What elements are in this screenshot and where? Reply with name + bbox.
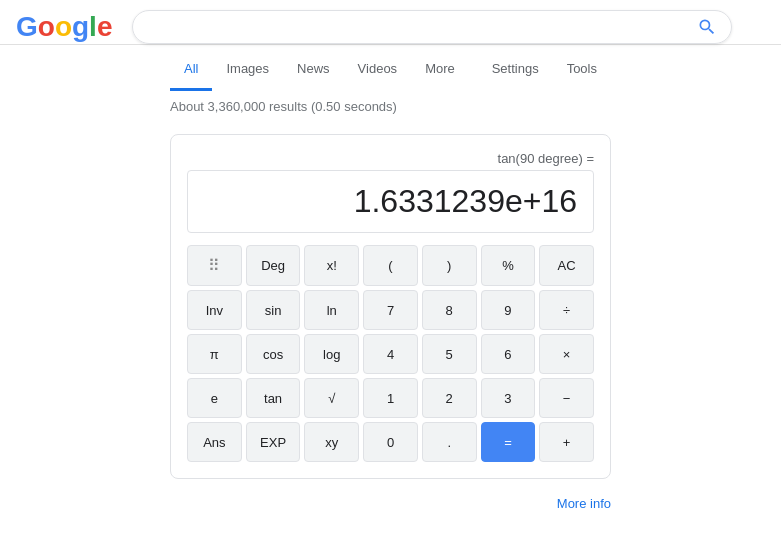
calc-btn-_[interactable]: π [187, 334, 242, 374]
calc-btn-cos[interactable]: cos [246, 334, 301, 374]
calc-btn-sin[interactable]: sin [246, 290, 301, 330]
calc-btn-x_[interactable]: x! [304, 245, 359, 286]
calc-btn-2[interactable]: 2 [422, 378, 477, 418]
calc-btn-_[interactable]: + [539, 422, 594, 462]
calc-btn-_[interactable]: − [539, 378, 594, 418]
calc-btn-tan[interactable]: tan [246, 378, 301, 418]
calc-btn-_[interactable]: . [422, 422, 477, 462]
google-logo[interactable]: Google [16, 11, 112, 43]
more-info-section: More info [0, 491, 781, 519]
calc-btn-Inv[interactable]: Inv [187, 290, 242, 330]
more-info-link[interactable]: More info [557, 496, 611, 511]
search-input[interactable]: =tan 90 degree [147, 18, 697, 36]
nav-right: Settings Tools [478, 49, 611, 91]
calc-btn-_[interactable]: √ [304, 378, 359, 418]
calc-result: 1.6331239e+16 [354, 183, 577, 220]
calc-btn-6[interactable]: 6 [481, 334, 536, 374]
tab-all[interactable]: All [170, 49, 212, 91]
search-icon [697, 17, 717, 37]
header: Google =tan 90 degree [0, 0, 781, 45]
calc-btn-ln[interactable]: ln [304, 290, 359, 330]
calc-btn-_[interactable]: % [481, 245, 536, 286]
calc-btn-5[interactable]: 5 [422, 334, 477, 374]
results-info: About 3,360,000 results (0.50 seconds) [0, 91, 781, 122]
calc-btn-3[interactable]: 3 [481, 378, 536, 418]
calc-btn-EXP[interactable]: EXP [246, 422, 301, 462]
calc-btn-_[interactable]: ( [363, 245, 418, 286]
tab-news[interactable]: News [283, 49, 344, 91]
calc-buttons: ⠿Degx!()%ACInvsinln789÷πcoslog456×etan√1… [187, 245, 594, 462]
calc-btn-_[interactable]: ÷ [539, 290, 594, 330]
calc-btn-_[interactable]: = [481, 422, 536, 462]
calc-btn-9[interactable]: 9 [481, 290, 536, 330]
calc-btn-e[interactable]: e [187, 378, 242, 418]
calc-display: 1.6331239e+16 [187, 170, 594, 233]
settings-link[interactable]: Settings [478, 49, 553, 91]
calc-btn-4[interactable]: 4 [363, 334, 418, 374]
tab-videos[interactable]: Videos [344, 49, 412, 91]
calc-expression: tan(90 degree) = [187, 151, 594, 166]
tab-more[interactable]: More [411, 49, 469, 91]
nav-tabs: All Images News Videos More Settings Too… [0, 49, 781, 91]
search-button[interactable] [697, 17, 717, 37]
calc-btn-7[interactable]: 7 [363, 290, 418, 330]
calc-btn-AC[interactable]: AC [539, 245, 594, 286]
tab-images[interactable]: Images [212, 49, 283, 91]
calc-btn-_[interactable]: ) [422, 245, 477, 286]
calc-btn-8[interactable]: 8 [422, 290, 477, 330]
tools-link[interactable]: Tools [553, 49, 611, 91]
calc-btn-1[interactable]: 1 [363, 378, 418, 418]
search-bar: =tan 90 degree [132, 10, 732, 44]
calc-btn-Ans[interactable]: Ans [187, 422, 242, 462]
calc-btn-log[interactable]: log [304, 334, 359, 374]
calc-btn-0[interactable]: 0 [363, 422, 418, 462]
calc-btn-_[interactable]: × [539, 334, 594, 374]
calc-btn-Deg[interactable]: Deg [246, 245, 301, 286]
calculator: tan(90 degree) = 1.6331239e+16 ⠿Degx!()%… [170, 134, 611, 479]
calc-btn-xy[interactable]: xy [304, 422, 359, 462]
calc-btn-_[interactable]: ⠿ [187, 245, 242, 286]
